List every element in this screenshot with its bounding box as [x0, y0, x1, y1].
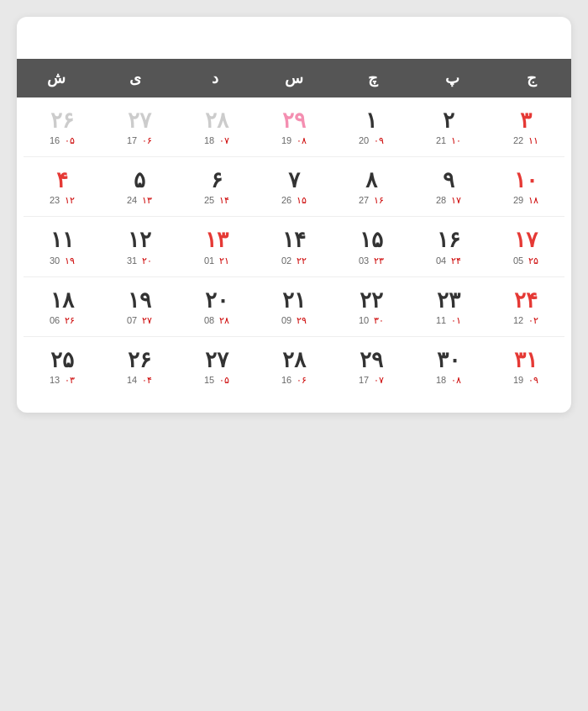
day-cell[interactable]: ۲۸۰۷18 — [178, 103, 255, 151]
hijri-date: ۰۷ — [374, 375, 384, 386]
day-cell[interactable]: ۲۱۰21 — [410, 103, 487, 151]
week-row: ۱۰۱۸29۹۱۷28۸۱۶27۷۱۵26۶۱۴25۵۱۳24۴۱۲23 — [24, 157, 564, 217]
day-cell[interactable]: ۲۶۰۵16 — [24, 103, 101, 151]
day-cell[interactable]: ۲۸۰۶16 — [255, 342, 333, 391]
day-cell[interactable]: ۷۱۵26 — [255, 162, 333, 211]
persian-date: ۲۱ — [257, 287, 331, 313]
persian-date: ۲۰ — [180, 287, 254, 313]
day-cell[interactable]: ۱۲۲۰31 — [101, 222, 178, 271]
day-cell[interactable]: ۳۱۰۹19 — [487, 342, 564, 391]
week-row: ۱۷۲۵05۱۶۲۴04۱۵۲۳03۱۴۲۲02۱۳۲۱01۱۲۲۰31۱۱۱۹… — [24, 217, 564, 276]
gregorian-date: 19 — [281, 135, 291, 146]
day-cell[interactable]: ۹۱۷28 — [410, 162, 487, 211]
week-row: ۳۱۱22۲۱۰21۱۰۹20۲۹۰۸19۲۸۰۷18۲۷۰۶17۲۶۰۵16 — [24, 97, 564, 157]
persian-date: ۱۱ — [25, 227, 99, 253]
gregorian-date: 17 — [127, 135, 137, 146]
weekday-label: ج — [492, 59, 571, 97]
gregorian-date: 06 — [50, 315, 60, 326]
hijri-date: ۰۸ — [451, 375, 461, 386]
hijri-date: ۲۸ — [219, 315, 229, 326]
gregorian-date: 09 — [281, 315, 291, 326]
hijri-date: ۱۱ — [528, 135, 538, 146]
day-cell[interactable]: ۱۱۱۹30 — [24, 222, 101, 271]
gregorian-date: 22 — [513, 135, 523, 146]
day-cell[interactable]: ۲۳۰۱11 — [410, 282, 487, 331]
gregorian-date: 14 — [127, 375, 137, 386]
persian-date: ۲۴ — [489, 287, 563, 313]
persian-date: ۲۹ — [257, 108, 331, 134]
day-cell[interactable]: ۱۰۱۸29 — [487, 162, 564, 211]
persian-date: ۹ — [412, 167, 486, 193]
persian-date: ۱۲ — [102, 227, 176, 253]
day-cell[interactable]: ۱۰۹20 — [333, 103, 410, 151]
persian-date: ۲۶ — [102, 347, 176, 373]
hijri-date: ۱۵ — [297, 195, 307, 206]
day-cell[interactable]: ۳۱۱22 — [487, 103, 564, 151]
persian-date: ۷ — [257, 167, 331, 193]
day-cell[interactable]: ۱۶۲۴04 — [410, 222, 487, 271]
persian-date: ۲۶ — [25, 108, 99, 134]
weekday-label: چ — [333, 59, 412, 97]
hijri-date: ۲۶ — [65, 315, 75, 326]
week-row: ۳۱۰۹19۳۰۰۸18۲۹۰۷17۲۸۰۶16۲۷۰۵15۲۶۰۴14۲۵۰۳… — [24, 337, 564, 396]
day-cell[interactable]: ۲۶۰۴14 — [101, 342, 178, 391]
day-cell[interactable]: ۸۱۶27 — [333, 162, 410, 211]
persian-date: ۲ — [412, 108, 486, 134]
day-cell[interactable]: ۲۷۰۵15 — [178, 342, 255, 391]
day-cell[interactable]: ۲۷۰۶17 — [101, 103, 178, 151]
persian-date: ۱۵ — [334, 227, 408, 253]
day-cell[interactable]: ۲۲۳۰10 — [333, 282, 410, 331]
day-cell[interactable]: ۲۹۰۸19 — [255, 103, 333, 151]
day-cell[interactable]: ۵۱۳24 — [101, 162, 178, 211]
gregorian-date: 07 — [127, 315, 137, 326]
day-cell[interactable]: ۲۹۰۷17 — [333, 342, 410, 391]
hijri-date: ۲۴ — [451, 255, 461, 266]
weekday-label: ی — [96, 59, 175, 97]
persian-date: ۱۰ — [489, 167, 563, 193]
day-cell[interactable]: ۱۳۲۱01 — [178, 222, 255, 271]
gregorian-date: 24 — [127, 195, 137, 206]
hijri-date: ۰۲ — [528, 315, 538, 326]
gregorian-date: 20 — [359, 135, 369, 146]
day-cell[interactable]: ۳۰۰۸18 — [410, 342, 487, 391]
day-cell[interactable]: ۱۷۲۵05 — [487, 222, 564, 271]
hijri-date: ۰۹ — [374, 135, 384, 146]
gregorian-date: 10 — [359, 315, 369, 326]
persian-date: ۱۴ — [257, 227, 331, 253]
gregorian-date: 12 — [513, 315, 523, 326]
day-cell[interactable]: ۱۸۲۶06 — [24, 282, 101, 331]
hijri-date: ۰۳ — [65, 375, 75, 386]
persian-date: ۳ — [489, 108, 563, 134]
gregorian-date: 04 — [436, 255, 446, 266]
day-cell[interactable]: ۲۴۰۲12 — [487, 282, 564, 331]
persian-date: ۶ — [180, 167, 254, 193]
weekday-label: ش — [17, 59, 96, 97]
hijri-date: ۱۶ — [374, 195, 384, 206]
gregorian-date: 11 — [436, 315, 446, 326]
hijri-date: ۰۵ — [219, 375, 229, 386]
day-cell[interactable]: ۱۴۲۲02 — [255, 222, 333, 271]
persian-date: ۲۲ — [334, 287, 408, 313]
day-cell[interactable]: ۱۵۲۳03 — [333, 222, 410, 271]
day-cell[interactable]: ۲۵۰۳13 — [24, 342, 101, 391]
hijri-date: ۲۲ — [297, 255, 307, 266]
gregorian-date: 03 — [359, 255, 369, 266]
persian-date: ۱۹ — [102, 287, 176, 313]
day-cell[interactable]: ۲۰۲۸08 — [178, 282, 255, 331]
day-cell[interactable]: ۴۱۲23 — [24, 162, 101, 211]
day-cell[interactable]: ۲۱۲۹09 — [255, 282, 333, 331]
persian-date: ۲۹ — [334, 347, 408, 373]
weekday-label: پ — [412, 59, 491, 97]
gregorian-date: 05 — [513, 255, 523, 266]
persian-date: ۱ — [334, 108, 408, 134]
gregorian-date: 27 — [359, 195, 369, 206]
day-cell[interactable]: ۱۹۲۷07 — [101, 282, 178, 331]
hijri-date: ۳۰ — [374, 315, 384, 326]
gregorian-date: 25 — [204, 195, 214, 206]
day-cell[interactable]: ۶۱۴25 — [178, 162, 255, 211]
gregorian-date: 08 — [204, 315, 214, 326]
hijri-date: ۲۳ — [374, 255, 384, 266]
persian-date: ۴ — [25, 167, 99, 193]
hijri-date: ۲۱ — [219, 255, 229, 266]
gregorian-date: 01 — [204, 255, 214, 266]
